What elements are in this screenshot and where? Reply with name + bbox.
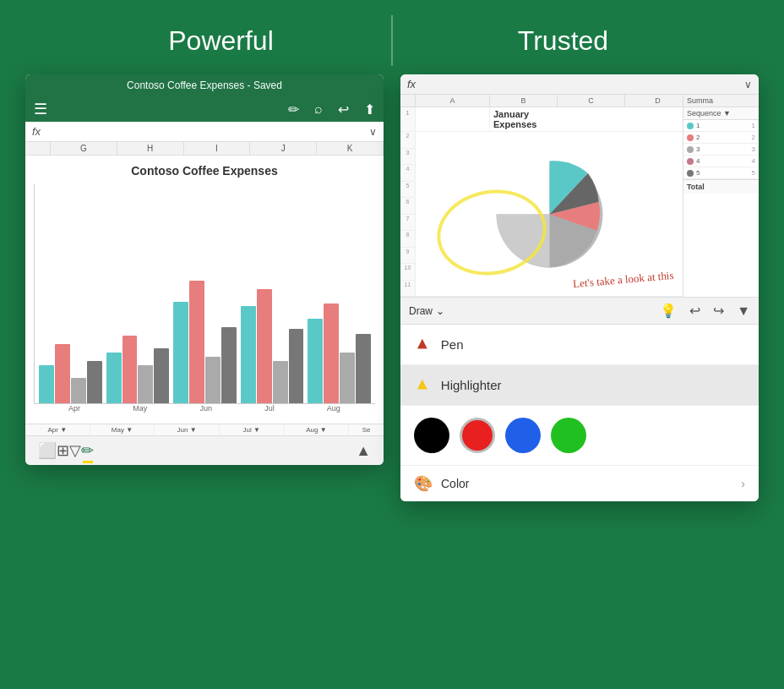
summary-panel: Summa Sequence ▼ 1 1 2 2 — [683, 95, 759, 297]
row-num-8: 8 — [400, 231, 415, 248]
chart-area: Contoso Coffee Expenses — [25, 156, 384, 424]
legend-val-5: 5 — [752, 169, 755, 177]
draw-button[interactable]: Draw ⌄ — [409, 305, 444, 317]
pie-chart-area: Let's take a look at this — [416, 132, 683, 296]
col-G: G — [51, 142, 117, 155]
pen-tool-item[interactable]: ▼ Pen — [400, 325, 759, 365]
formula-chevron-icon[interactable]: ∨ — [369, 126, 377, 138]
undo-draw-icon[interactable]: ↩ — [689, 303, 700, 319]
sequence-header: Sequence ▼ — [683, 107, 759, 120]
draw-toolbar: Draw ⌄ 💡 ↩ ↪ ▼ — [400, 298, 759, 325]
color-swatch-blue[interactable] — [505, 418, 541, 453]
bar — [356, 334, 371, 403]
col-d: D — [625, 95, 683, 107]
fx-label: fx — [32, 125, 41, 138]
pen-label: Pen — [441, 337, 464, 352]
screen-icon[interactable]: ⬜ — [38, 441, 57, 460]
draw-active-icon[interactable]: ✏ — [81, 441, 94, 460]
legend-val-4: 4 — [752, 157, 755, 165]
legend-label-2: 2 — [696, 134, 700, 141]
col-J: J — [250, 142, 317, 155]
color-picker-row — [400, 406, 759, 466]
grid-col-headers: A B C D — [400, 95, 683, 107]
draw-icon-group: 💡 ↩ ↪ ▼ — [660, 303, 750, 319]
expand-icon[interactable]: ▲ — [356, 442, 371, 460]
x-axis-labels: Apr May Jun Jul Aug — [34, 404, 375, 413]
app-container: Powerful Trusted Contoso Coffee Expenses… — [0, 0, 784, 689]
bottom-toolbar: ⬜ ⊞ ▽ ✏ ▲ — [25, 435, 384, 465]
row-num-2: 2 — [400, 132, 415, 149]
row-num-5: 5 — [400, 182, 415, 199]
bar — [122, 336, 138, 403]
search-icon[interactable]: ⌕ — [314, 101, 323, 118]
formula-chevron-right[interactable]: ∨ — [744, 79, 752, 90]
row-num-header — [25, 142, 51, 155]
bar — [71, 378, 86, 403]
bar — [324, 303, 339, 403]
formula-bar: fx ∨ — [25, 122, 384, 142]
more-draw-icon[interactable]: ▼ — [737, 303, 750, 319]
row-num-3: 3 — [400, 149, 415, 166]
color-swatch-green[interactable] — [551, 418, 586, 453]
hamburger-icon[interactable]: ☰ — [34, 100, 47, 118]
draw-tool-icon[interactable]: ✏ — [288, 101, 299, 118]
highlighter-tool-item[interactable]: ▼ Highlighter — [400, 365, 759, 406]
bar-group-jul — [241, 289, 304, 403]
share-icon[interactable]: ⬆ — [364, 101, 375, 118]
excel-title: Contoso Coffee Expenses - Saved — [127, 79, 282, 91]
bottom-cell-aug: Aug ▼ — [285, 424, 350, 435]
row-num-10: 10 — [400, 264, 415, 281]
lightbulb-icon[interactable]: 💡 — [660, 303, 677, 319]
total-label: Total — [683, 179, 759, 194]
legend-val-2: 2 — [752, 134, 755, 141]
bar — [221, 327, 237, 403]
undo-icon[interactable]: ↩ — [338, 101, 349, 118]
row-num-1: 1 — [400, 107, 416, 131]
excel-titlebar: Contoso Coffee Expenses - Saved — [25, 74, 384, 96]
excel-toolbar: ☰ ✏ ⌕ ↩ ⬆ — [25, 96, 384, 122]
color-palette-icon: 🎨 — [414, 474, 433, 493]
bar — [289, 329, 304, 403]
sheet-header: G H I J K — [25, 142, 384, 156]
bar — [138, 365, 153, 403]
bar-group-aug — [308, 303, 371, 403]
legend-row-5: 5 5 — [683, 167, 759, 179]
bar — [106, 353, 122, 403]
row-num-6: 6 — [400, 198, 415, 215]
main-content: Contoso Coffee Expenses - Saved ☰ ✏ ⌕ ↩ … — [0, 74, 784, 689]
row-num-7: 7 — [400, 215, 415, 232]
left-heading: Powerful — [51, 25, 391, 57]
color-swatch-black[interactable] — [414, 418, 449, 453]
col-c: C — [558, 95, 625, 107]
legend-dot-1 — [687, 123, 694, 129]
legend-dot-2 — [687, 134, 694, 141]
grid-chart-section: A B C D 1 January Expenses — [400, 95, 759, 298]
sheet-bottom-row: Apr ▼ May ▼ Jun ▼ Jul ▼ Aug ▼ Se — [25, 424, 384, 435]
draw-chevron-icon: ⌄ — [436, 305, 444, 317]
redo-draw-icon[interactable]: ↪ — [713, 303, 724, 319]
legend-label-3: 3 — [696, 145, 700, 153]
col-b: B — [490, 95, 558, 107]
legend-dot-3 — [687, 146, 694, 153]
bottom-cell-apr: Apr ▼ — [25, 424, 90, 435]
fx-label-right: fx — [407, 78, 416, 90]
row-numbers: 2 3 4 5 6 7 8 9 10 11 — [400, 132, 416, 296]
legend-row-4: 4 4 — [683, 156, 759, 167]
legend-val-3: 3 — [752, 145, 755, 153]
color-swatch-red[interactable] — [460, 418, 495, 453]
right-panel: fx ∨ A B C D 1 — [400, 74, 759, 501]
col-H: H — [117, 142, 184, 155]
legend-label-4: 4 — [696, 157, 700, 165]
bar — [340, 353, 355, 403]
legend-val-1: 1 — [752, 122, 755, 129]
right-heading: Trusted — [393, 25, 733, 57]
chart-and-grid-left: A B C D 1 January Expenses — [400, 95, 683, 297]
bar — [189, 281, 204, 403]
filter-icon[interactable]: ▽ — [69, 441, 81, 460]
col-a: A — [416, 95, 490, 107]
color-option-row[interactable]: 🎨 Color › — [400, 466, 759, 501]
bar — [55, 344, 70, 403]
table-icon[interactable]: ⊞ — [57, 441, 69, 460]
col-K: K — [317, 142, 384, 155]
bar-chart — [34, 184, 375, 404]
